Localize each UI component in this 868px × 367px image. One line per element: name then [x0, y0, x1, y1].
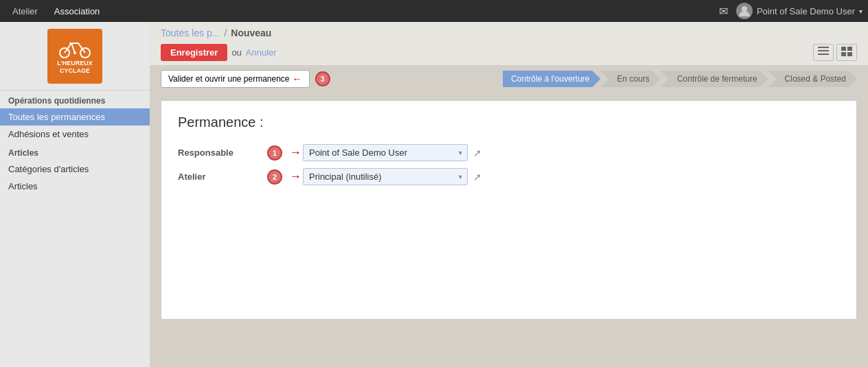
sidebar-section-operations: Opérations quotidiennes	[0, 91, 150, 108]
annotation-1: 1	[267, 145, 282, 161]
breadcrumb-current: Nouveau	[231, 27, 271, 38]
form-row-atelier: Atelier 2 → Principal (inutilisé) ↗	[178, 168, 840, 185]
cancel-link[interactable]: Annuler	[246, 47, 277, 58]
step-closed-posted[interactable]: Closed & Posted	[768, 71, 857, 87]
nav-atelier[interactable]: Atelier	[5, 3, 45, 19]
list-view-button[interactable]	[813, 44, 834, 61]
arrow-2: →	[289, 169, 301, 184]
step-en-cours[interactable]: En cours	[601, 71, 661, 87]
responsable-external-link[interactable]: ↗	[472, 146, 483, 160]
form-view-button[interactable]	[836, 44, 857, 61]
label-atelier: Atelier	[178, 171, 267, 182]
svg-rect-9	[841, 52, 846, 56]
user-name: Point of Sale Demo User	[757, 6, 855, 16]
nav-left: Atelier Association	[5, 3, 106, 19]
responsable-select-wrapper: Point of Sale Demo User	[303, 144, 468, 161]
toolbar-left: Enregistrer ou Annuler	[161, 44, 277, 61]
logo-text: L'HEUREUX CYCLAGE	[57, 60, 93, 75]
sidebar-item-permanences[interactable]: Toutes les permanences	[0, 108, 150, 126]
mail-icon[interactable]: ✉	[719, 5, 728, 18]
sidebar-item-categories[interactable]: Catégories d'articles	[0, 161, 150, 178]
form-card: Permanence : Responsable 1 → Point of Sa…	[161, 100, 857, 320]
arrow-1: →	[289, 145, 301, 160]
svg-point-3	[73, 51, 76, 54]
form-wrapper: Permanence : Responsable 1 → Point of Sa…	[150, 92, 868, 367]
logo-area: L'HEUREUX CYCLAGE	[0, 22, 150, 91]
nav-association[interactable]: Association	[47, 3, 106, 19]
svg-rect-4	[818, 47, 829, 48]
user-dropdown-arrow: ▾	[859, 8, 863, 15]
toolbar-right	[813, 44, 857, 61]
steps-container: Contrôle à l'ouverture En cours Contrôle…	[503, 71, 857, 87]
svg-rect-10	[847, 52, 852, 56]
logo-box: L'HEUREUX CYCLAGE	[47, 29, 102, 84]
step-controle-ouverture[interactable]: Contrôle à l'ouverture	[503, 71, 600, 87]
form-title: Permanence :	[178, 115, 840, 130]
step-annotation-3: 3	[315, 71, 330, 86]
atelier-field-wrap: Principal (inutilisé) ↗	[303, 168, 483, 185]
sidebar-item-adhesions[interactable]: Adhésions et ventes	[0, 126, 150, 143]
atelier-select-wrapper: Principal (inutilisé)	[303, 168, 468, 185]
step-controle-fermeture[interactable]: Contrôle de fermeture	[661, 71, 768, 87]
top-navigation: Atelier Association ✉ Point of Sale Demo…	[0, 0, 868, 22]
validate-button-label: Valider et ouvrir une permanence	[168, 74, 290, 84]
bicycle-icon	[58, 38, 92, 58]
nav-right: ✉ Point of Sale Demo User ▾	[719, 3, 863, 19]
toolbar: Enregistrer ou Annuler	[161, 44, 857, 61]
responsable-field-wrap: Point of Sale Demo User ↗	[303, 144, 483, 161]
register-button[interactable]: Enregistrer	[161, 44, 227, 61]
svg-rect-8	[847, 47, 852, 51]
avatar	[736, 3, 753, 19]
validate-button[interactable]: Valider et ouvrir une permanence ←	[161, 70, 310, 88]
red-arrow-icon: ←	[293, 73, 302, 84]
form-view-icon	[841, 47, 852, 56]
or-text: ou	[231, 47, 241, 58]
sidebar: L'HEUREUX CYCLAGE Opérations quotidienne…	[0, 22, 150, 367]
svg-rect-5	[818, 50, 829, 51]
responsable-select[interactable]: Point of Sale Demo User	[303, 144, 468, 161]
atelier-external-link[interactable]: ↗	[472, 170, 483, 184]
content-area: Toutes les p... / Nouveau Enregistrer ou…	[150, 22, 868, 367]
sidebar-section-articles: Articles	[0, 143, 150, 161]
content-header: Toutes les p... / Nouveau Enregistrer ou…	[150, 22, 868, 66]
sidebar-item-articles[interactable]: Articles	[0, 178, 150, 195]
user-menu[interactable]: Point of Sale Demo User ▾	[736, 3, 863, 19]
breadcrumb: Toutes les p... / Nouveau	[161, 27, 857, 38]
list-view-icon	[818, 47, 829, 56]
main-layout: L'HEUREUX CYCLAGE Opérations quotidienne…	[0, 22, 868, 367]
label-responsable: Responsable	[178, 147, 267, 158]
breadcrumb-parent[interactable]: Toutes les p...	[161, 27, 220, 38]
atelier-select[interactable]: Principal (inutilisé)	[303, 168, 468, 185]
annotation-2: 2	[267, 169, 282, 185]
svg-rect-6	[818, 54, 829, 55]
svg-rect-7	[841, 47, 846, 51]
svg-point-0	[742, 6, 747, 12]
form-row-responsable: Responsable 1 → Point of Sale Demo User …	[178, 144, 840, 161]
status-bar: Valider et ouvrir une permanence ← 3 Con…	[150, 66, 868, 92]
breadcrumb-separator: /	[224, 27, 227, 38]
